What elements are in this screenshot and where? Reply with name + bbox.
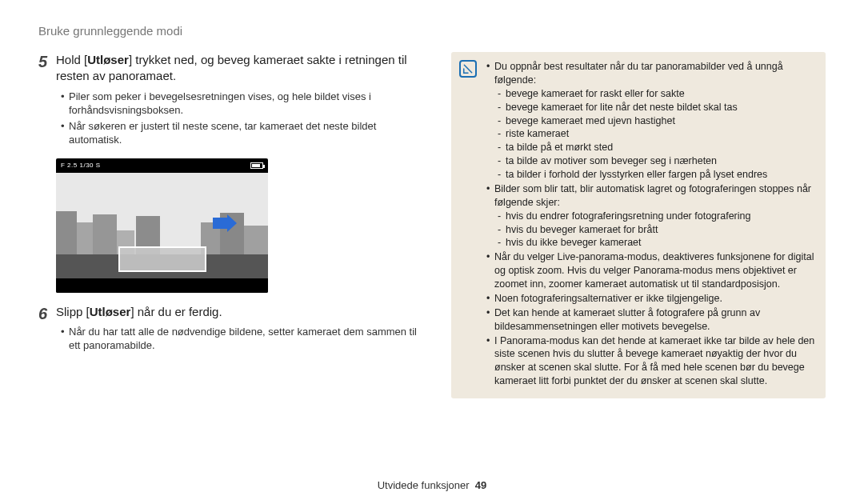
tip-sub-item: ta bilder i forhold der lysstyrken eller… (498, 168, 816, 182)
tip-item: Noen fotograferingsalternativer er ikke … (486, 292, 816, 306)
tip-sub-item: bevege kameraet for raskt eller for sakt… (498, 87, 816, 101)
tip-item: Det kan hende at kameraet slutter å foto… (486, 306, 816, 334)
tip-sub-item: bevege kameraet med ujevn hastighet (498, 114, 816, 128)
step-6-bold: Utløser (90, 305, 131, 318)
step-5-pre: Hold [ (56, 53, 87, 66)
battery-icon (250, 162, 263, 169)
step-5-bold: Utløser (87, 53, 129, 66)
step-6-text: Slipp [Utløser] når du er ferdig. (56, 304, 430, 320)
direction-arrow-icon (213, 214, 237, 232)
step-5-text: Hold [Utløser] trykket ned, og beveg kam… (56, 52, 430, 85)
tip-sub-item: hvis du ikke beveger kameraet (498, 236, 816, 250)
page-header: Bruke grunnleggende modi (38, 24, 826, 38)
tip-sub-item: riste kameraet (498, 127, 816, 141)
content-columns: 5 Hold [Utløser] trykket ned, og beveg k… (38, 52, 826, 398)
left-column: 5 Hold [Utløser] trykket ned, og beveg k… (38, 52, 430, 398)
page-footer: Utvidede funksjoner 49 (0, 479, 864, 491)
exposure-readout: F 2.5 1/30 S (61, 162, 101, 169)
tip-sub-item: bevege kameraet for lite når det neste b… (498, 101, 816, 114)
step-number: 5 (38, 52, 56, 154)
list-item: Når du har tatt alle de nødvendige bilde… (61, 325, 430, 353)
footer-section: Utvidede funksjoner (378, 479, 470, 491)
tip-sub-item: hvis du beveger kameraet for brått (498, 223, 816, 237)
list-item: Piler som peker i bevegelsesretningen vi… (61, 90, 430, 118)
tip-item: Bilder som blir tatt, blir automatisk la… (486, 182, 816, 250)
tip-item: I Panorama-modus kan det hende at kamera… (486, 334, 816, 389)
note-icon (459, 60, 477, 78)
panorama-preview-box (118, 246, 206, 272)
step-6: 6 Slipp [Utløser] når du er ferdig. Når … (38, 304, 430, 359)
step-5: 5 Hold [Utløser] trykket ned, og beveg k… (38, 52, 430, 154)
tip-sub-item: ta bilde på et mørkt sted (498, 141, 816, 154)
step-6-bullets: Når du har tatt alle de nødvendige bilde… (61, 325, 430, 353)
tip-sub-item: ta bilde av motiver som beveger seg i næ… (498, 154, 816, 168)
tip-item: Når du velger Live-panorama-modus, deakt… (486, 250, 816, 291)
footer-page: 49 (475, 479, 486, 491)
tip-item: Du oppnår best resultater når du tar pan… (486, 60, 816, 182)
step-6-pre: Slipp [ (56, 305, 90, 318)
step-6-post: ] når du er ferdig. (130, 305, 222, 318)
tip-box: Du oppnår best resultater når du tar pan… (451, 52, 826, 398)
tip-sub-item: hvis du endrer fotograferingsretning und… (498, 210, 816, 223)
step-number: 6 (38, 304, 56, 359)
step-5-bullets: Piler som peker i bevegelsesretningen vi… (61, 90, 430, 147)
list-item: Når søkeren er justert til neste scene, … (61, 119, 430, 147)
right-column: Du oppnår best resultater når du tar pan… (451, 52, 826, 398)
camera-preview-illustration: F 2.5 1/30 S (56, 158, 268, 293)
